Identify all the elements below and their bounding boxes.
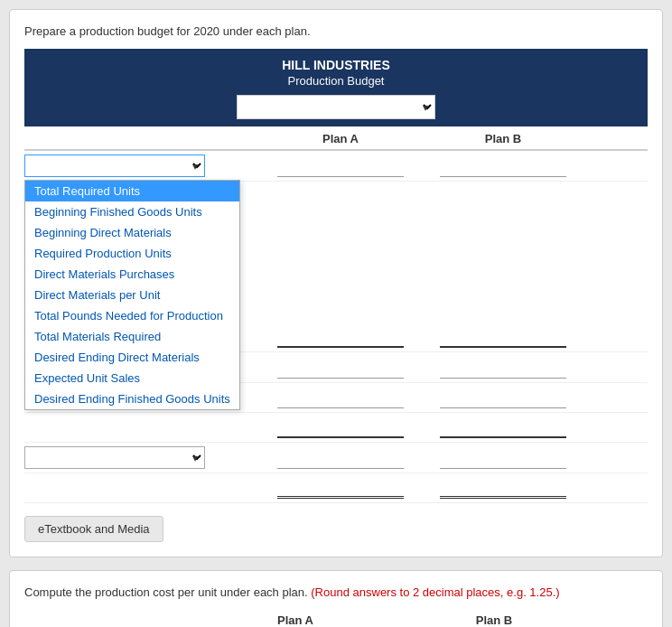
dropdown-item-1[interactable]: Beginning Finished Goods Units <box>25 201 239 222</box>
section2-instruction-note: (Round answers to 2 decimal places, e.g.… <box>311 585 559 599</box>
row2-plan-a-input[interactable] <box>277 326 404 348</box>
section2-instruction-text: Compute the production cost per unit und… <box>24 585 308 599</box>
budget-row-7 <box>24 473 648 503</box>
main-dropdown[interactable] <box>237 95 435 119</box>
row5-plan-a-input[interactable] <box>277 416 404 438</box>
plan-a-header: Plan A <box>259 132 422 145</box>
row5-input-a[interactable] <box>259 416 422 438</box>
row1-plan-b-input[interactable] <box>440 155 566 177</box>
row4-input-b[interactable] <box>422 387 584 408</box>
row6-plan-b-input[interactable] <box>440 447 566 469</box>
company-name: HILL INDUSTRIES <box>24 58 648 72</box>
row3-plan-b-input[interactable] <box>440 357 566 379</box>
row5-plan-b-input[interactable] <box>440 416 566 438</box>
dropdown-item-4[interactable]: Direct Materials Purchases <box>25 264 239 285</box>
row7-plan-b-input[interactable] <box>440 477 566 499</box>
dropdown-item-10[interactable]: Desired Ending Finished Goods Units <box>25 388 239 409</box>
row6-select[interactable] <box>24 446 205 469</box>
main-dropdown-wrapper[interactable] <box>237 95 435 119</box>
budget-row-1: Total Required Units Beginning Finished … <box>24 151 648 182</box>
dropdown-item-7[interactable]: Total Materials Required <box>25 326 239 347</box>
section1-instruction: Prepare a production budget for 2020 und… <box>24 24 648 38</box>
dropdown-item-0[interactable]: Total Required Units <box>25 181 239 201</box>
row1-input-a[interactable] <box>259 155 422 177</box>
header-box: HILL INDUSTRIES Production Budget <box>24 49 648 126</box>
dropdown-item-6[interactable]: Total Pounds Needed for Production <box>25 305 239 326</box>
section1-etextbook[interactable]: eTextbook and Media <box>24 516 163 542</box>
instruction-text: Prepare a production budget for 2020 und… <box>24 24 311 38</box>
section1-card: Prepare a production budget for 2020 und… <box>9 9 663 557</box>
budget-rows-area: Total Required Units Beginning Finished … <box>24 151 648 503</box>
budget-row-5 <box>24 413 648 443</box>
column-headers: Plan A Plan B <box>24 126 648 151</box>
row7-input-a[interactable] <box>259 477 422 499</box>
row1-select[interactable] <box>24 154 205 177</box>
row4-plan-a-input[interactable] <box>277 387 404 408</box>
cost-plan-a-header: Plan A <box>205 613 386 627</box>
row1-plan-a-input[interactable] <box>277 155 404 177</box>
plan-b-header: Plan B <box>422 132 584 145</box>
row3-input-b[interactable] <box>422 357 584 379</box>
budget-row-6 <box>24 443 648 473</box>
label-spacer <box>24 132 259 145</box>
row7-plan-a-input[interactable] <box>277 477 404 499</box>
row6-input-b[interactable] <box>422 447 584 469</box>
cost-plan-b-header: Plan B <box>404 613 584 627</box>
dropdown-item-9[interactable]: Expected Unit Sales <box>25 368 239 388</box>
section2-instruction: Compute the production cost per unit und… <box>24 585 648 599</box>
row2-plan-b-input[interactable] <box>440 326 566 348</box>
row3-input-a[interactable] <box>259 357 422 379</box>
row4-input-a[interactable] <box>259 387 422 408</box>
section2-card: Compute the production cost per unit und… <box>9 570 663 627</box>
row2-input-b[interactable] <box>422 326 584 348</box>
row1-dropdown-wrapper[interactable]: Total Required Units Beginning Finished … <box>24 154 259 177</box>
row2-input-a[interactable] <box>259 326 422 348</box>
row5-input-b[interactable] <box>422 416 584 438</box>
dropdown-item-5[interactable]: Direct Materials per Unit <box>25 285 239 305</box>
cost-label-spacer <box>24 613 205 627</box>
row6-plan-a-input[interactable] <box>277 447 404 469</box>
dropdown-item-2[interactable]: Beginning Direct Materials <box>25 222 239 243</box>
row7-input-b[interactable] <box>422 477 584 499</box>
row1-input-b[interactable] <box>422 155 584 177</box>
row6-dropdown-wrapper[interactable] <box>24 446 259 469</box>
row3-plan-a-input[interactable] <box>277 357 404 379</box>
budget-subtitle: Production Budget <box>24 74 648 88</box>
row6-input-a[interactable] <box>259 447 422 469</box>
etextbook-label-1: eTextbook and Media <box>38 522 150 536</box>
dropdown-overlay[interactable]: Total Required Units Beginning Finished … <box>24 180 240 410</box>
dropdown-item-8[interactable]: Desired Ending Direct Materials <box>25 347 239 368</box>
row4-plan-b-input[interactable] <box>440 387 566 408</box>
dropdown-item-3[interactable]: Required Production Units <box>25 243 239 264</box>
cost-column-headers: Plan A Plan B <box>24 610 648 627</box>
